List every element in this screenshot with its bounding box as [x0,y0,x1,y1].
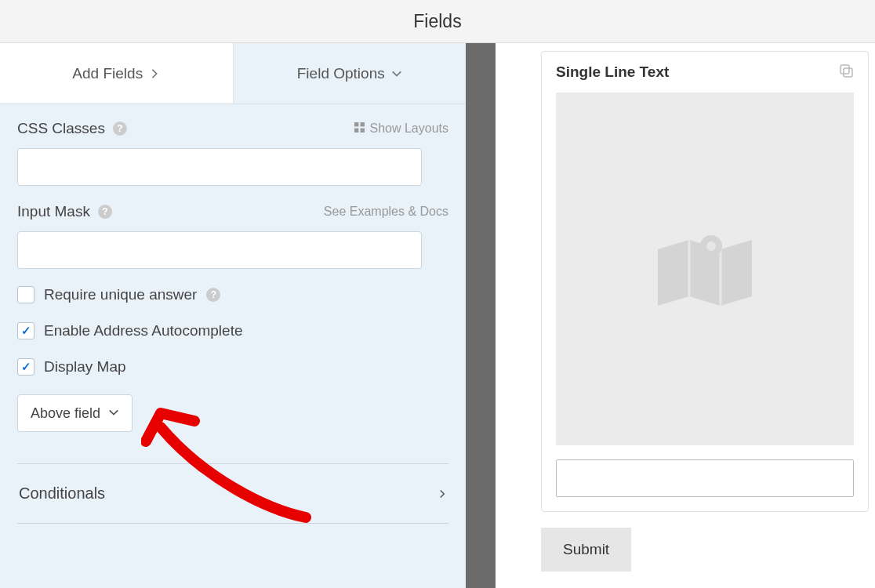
display-map-row: Display Map [17,358,448,376]
preview-text-input[interactable] [556,459,854,497]
svg-rect-5 [844,68,852,77]
svg-point-7 [706,241,716,251]
map-position-select[interactable]: Above field [17,394,133,432]
svg-rect-1 [361,122,365,126]
display-map-label: Display Map [44,358,126,376]
require-unique-label: Require unique answer [44,286,197,303]
submit-button-label: Submit [563,541,609,558]
map-position-row: Above field [17,394,448,432]
main-layout: Add Fields Field Options CSS Classes ? [0,43,875,588]
css-classes-input[interactable] [17,148,422,186]
address-autocomplete-label: Enable Address Autocomplete [44,322,243,339]
grid-icon [354,122,365,136]
svg-rect-0 [354,122,358,126]
css-classes-label: CSS Classes [17,120,105,137]
page-header: Fields [0,0,875,43]
input-mask-input[interactable] [17,231,422,269]
help-icon[interactable]: ? [98,205,112,219]
chevron-right-icon [149,68,160,79]
input-mask-row: Input Mask ? See Examples & Docs [17,203,448,269]
chevron-down-icon [391,68,402,79]
left-panel: Add Fields Field Options CSS Classes ? [0,43,466,588]
tab-field-options-label: Field Options [297,65,385,82]
chevron-right-icon [438,485,447,503]
tab-add-fields[interactable]: Add Fields [0,43,234,103]
show-layouts-link[interactable]: Show Layouts [354,122,448,136]
require-unique-row: Require unique answer ? [17,286,448,303]
conditionals-label: Conditionals [19,485,105,503]
address-autocomplete-row: Enable Address Autocomplete [17,322,448,339]
help-icon[interactable]: ? [113,122,127,136]
examples-docs-label: See Examples & Docs [324,205,448,219]
map-position-selected: Above field [31,405,100,422]
map-pin-icon [650,218,760,320]
preview-panel: Single Line Text Submit [527,43,875,588]
svg-rect-4 [841,65,849,74]
preview-field-title: Single Line Text [556,64,669,81]
preview-card[interactable]: Single Line Text [541,51,869,512]
address-autocomplete-checkbox[interactable] [17,322,34,339]
page-title: Fields [413,11,461,32]
examples-docs-link[interactable]: See Examples & Docs [324,205,448,219]
chevron-down-icon [108,405,119,422]
display-map-checkbox[interactable] [17,358,34,376]
conditionals-section[interactable]: Conditionals [17,464,448,524]
svg-rect-2 [354,129,358,132]
field-options-body: CSS Classes ? Show Layouts Inp [0,104,466,588]
show-layouts-label: Show Layouts [369,122,448,136]
require-unique-checkbox[interactable] [17,286,34,303]
tab-field-options[interactable]: Field Options [234,43,467,103]
svg-rect-3 [361,129,365,132]
gutter [466,43,527,588]
tab-add-fields-label: Add Fields [72,65,143,82]
css-classes-row: CSS Classes ? Show Layouts [17,120,448,186]
submit-button[interactable]: Submit [541,528,631,572]
duplicate-icon[interactable] [838,63,854,82]
help-icon[interactable]: ? [206,288,220,302]
tabs: Add Fields Field Options [0,43,466,104]
dark-gutter [466,43,496,588]
input-mask-label: Input Mask [17,203,90,220]
map-placeholder [556,93,854,445]
